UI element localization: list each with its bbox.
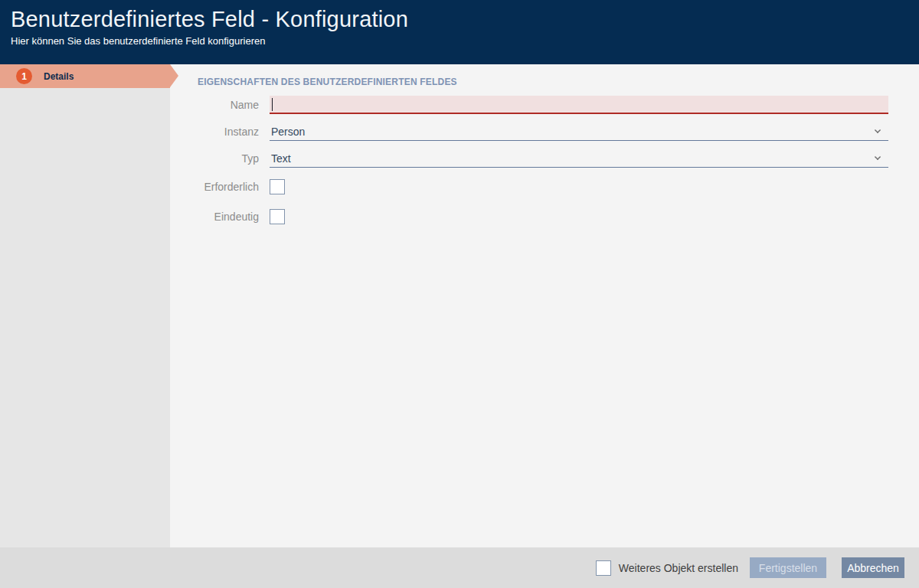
section-title: EIGENSCHAFTEN DES BENUTZERDEFINIERTEN FE… [198,77,888,87]
chevron-down-icon [875,126,881,132]
wizard-sidebar: 1 Details [0,64,170,547]
form-row-eindeutig: Eindeutig [198,209,888,224]
dialog-header: Benutzerdefiniertes Feld - Konfiguration… [0,0,919,64]
create-another-checkbox[interactable] [596,560,611,576]
dialog-footer: Weiteres Objekt erstellen Fertigstellen … [0,547,919,588]
erforderlich-checkbox[interactable] [270,179,285,194]
step-number-badge: 1 [16,68,32,84]
instanz-label: Instanz [198,126,259,138]
eindeutig-checkbox[interactable] [270,209,285,224]
instanz-selected-value: Person [271,126,305,138]
form-row-name: Name [198,96,888,114]
typ-label: Typ [198,152,259,165]
finish-button[interactable]: Fertigstellen [750,557,826,578]
wizard-step-details[interactable]: 1 Details [0,64,170,88]
name-label: Name [198,99,259,111]
step-label: Details [44,71,74,82]
name-input-container [270,96,888,114]
page-subtitle: Hier können Sie das benutzerdefinierte F… [11,35,908,47]
form-row-instanz: Instanz Person [198,122,888,141]
typ-dropdown[interactable]: Text [270,149,888,168]
create-another-label: Weiteres Objekt erstellen [619,562,738,574]
name-input[interactable] [270,96,888,113]
eindeutig-label: Eindeutig [198,211,259,223]
cancel-button[interactable]: Abbrechen [842,557,904,578]
erforderlich-label: Erforderlich [198,181,259,193]
form-panel: EIGENSCHAFTEN DES BENUTZERDEFINIERTEN FE… [170,64,919,547]
text-cursor [272,98,273,111]
form-row-erforderlich: Erforderlich [198,179,888,194]
chevron-down-icon [875,153,881,159]
page-title: Benutzerdefiniertes Feld - Konfiguration [11,7,908,32]
active-tab-arrow-icon [170,64,178,87]
typ-selected-value: Text [271,152,291,165]
create-another-group: Weiteres Objekt erstellen [596,560,738,576]
form-row-typ: Typ Text [198,149,888,168]
instanz-dropdown[interactable]: Person [270,122,888,141]
dialog-body: 1 Details EIGENSCHAFTEN DES BENUTZERDEFI… [0,64,919,547]
